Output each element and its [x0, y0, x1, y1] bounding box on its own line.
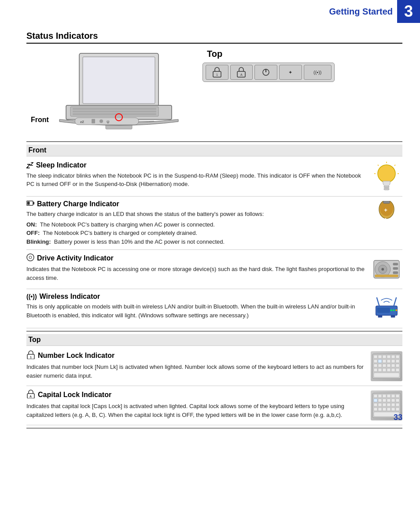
keyboard-image-numlock — [371, 351, 402, 381]
drive-icon — [26, 253, 34, 263]
front-section-header: Front — [26, 145, 402, 156]
svg-rect-94 — [378, 399, 382, 402]
sleep-title-text: Sleep Indicator — [36, 161, 87, 169]
svg-rect-5 — [73, 111, 156, 112]
svg-rect-96 — [387, 399, 391, 402]
header-title: Getting Started — [329, 7, 393, 17]
svg-rect-69 — [391, 360, 395, 363]
numlock-indicator-section: 1 Number Lock Indicator Indicates that n… — [26, 347, 402, 386]
sleep-indicator-content: ZZ Sleep Indicator The sleep indicator b… — [26, 161, 371, 189]
svg-rect-107 — [383, 408, 386, 411]
svg-rect-80 — [387, 368, 391, 372]
laptop-diagram: zZ ψ Front — [26, 49, 194, 133]
svg-rect-71 — [374, 364, 377, 367]
svg-rect-31 — [33, 202, 34, 204]
svg-text:1: 1 — [216, 73, 218, 76]
battery-indicator-section: Battery Charge Indicator The battery cha… — [26, 197, 402, 250]
svg-rect-4 — [73, 108, 156, 110]
svg-text:+: + — [384, 207, 387, 213]
svg-rect-100 — [378, 403, 382, 406]
capslock-indicator-text: Indicates that capital lock [Caps Lock] … — [26, 402, 366, 419]
battery-title-text: Battery Charge Indicator — [37, 200, 119, 208]
svg-point-38 — [29, 256, 32, 259]
svg-rect-48 — [377, 308, 390, 313]
svg-rect-82 — [396, 368, 399, 372]
drive-indicator-content: Drive Activity Indicator Indicates that … — [26, 253, 371, 282]
svg-rect-93 — [374, 399, 377, 402]
sleep-icon: ZZ — [26, 161, 33, 170]
svg-point-37 — [27, 254, 34, 261]
svg-rect-99 — [374, 403, 377, 406]
svg-rect-70 — [396, 360, 399, 363]
numlock-title-text: Number Lock Indicator — [38, 352, 114, 360]
svg-rect-64 — [396, 355, 399, 358]
svg-rect-79 — [383, 368, 386, 372]
battery-blinking-text: Blinking: Battery power is less than 10%… — [26, 238, 366, 246]
blinking-label: Blinking: — [26, 238, 51, 245]
svg-text:A: A — [240, 73, 243, 76]
off-label: OFF: — [26, 230, 40, 236]
svg-rect-110 — [396, 408, 399, 411]
svg-rect-72 — [378, 364, 382, 367]
wireless-indicator-content: ((•)) Wireless Indicator This is only ap… — [26, 293, 371, 320]
bottom-divider — [26, 428, 402, 428]
top-divider — [26, 331, 402, 331]
battery-on-text: ON: The Notebook PC's battery is chargin… — [26, 220, 366, 229]
svg-text:zZ: zZ — [80, 120, 84, 124]
svg-rect-83 — [374, 373, 399, 377]
battery-intro-text: The battery charge indicator is an LED t… — [26, 210, 366, 219]
svg-point-53 — [395, 309, 397, 311]
svg-rect-77 — [374, 368, 377, 372]
svg-point-52 — [393, 309, 395, 311]
main-divider — [26, 141, 402, 142]
svg-rect-89 — [383, 394, 386, 398]
battery-off-text: OFF: The Notebook PC's battery is charge… — [26, 229, 366, 238]
svg-line-50 — [394, 297, 397, 306]
svg-line-49 — [377, 297, 379, 306]
drive-indicator-title: Drive Activity Indicator — [26, 253, 366, 263]
svg-text:-: - — [385, 215, 387, 220]
svg-rect-105 — [374, 408, 377, 411]
diagram-area: zZ ψ Front Top 1 — [26, 49, 402, 137]
sleep-indicator-text: The sleep indicator blinks when the Note… — [26, 171, 366, 189]
svg-rect-97 — [391, 399, 395, 402]
svg-rect-92 — [396, 394, 399, 398]
numlock-icon: 1 — [26, 350, 35, 361]
svg-line-25 — [394, 165, 395, 166]
drive-indicator-image — [371, 253, 402, 285]
svg-rect-45 — [393, 271, 398, 274]
svg-rect-104 — [396, 403, 399, 406]
numlock-indicator-image — [371, 350, 402, 382]
svg-point-21 — [378, 165, 395, 182]
keyboard-svg-numlock — [372, 353, 402, 379]
top-diagram-section: Top 1 A ✦ ((•)) — [203, 49, 335, 82]
on-label: ON: — [26, 221, 37, 228]
svg-rect-101 — [383, 403, 386, 406]
wireless-title-text: Wireless Indicator — [40, 293, 100, 301]
sleep-indicator-image — [371, 161, 402, 193]
capslock-icon: A — [26, 390, 35, 400]
svg-text:ψ: ψ — [107, 119, 109, 124]
svg-text:1: 1 — [30, 356, 32, 359]
svg-point-42 — [381, 268, 384, 271]
wireless-router-icon — [372, 294, 402, 323]
svg-rect-98 — [396, 399, 399, 402]
svg-rect-88 — [378, 394, 382, 398]
battery-indicator-image: + - — [371, 200, 402, 232]
bluetooth-cell: ((•)) — [304, 65, 332, 80]
svg-text:A: A — [29, 395, 32, 398]
svg-rect-61 — [383, 355, 386, 358]
capslock-indicator-section: A Capital Lock Indicator Indicates that … — [26, 386, 402, 425]
numlock-indicator-content: 1 Number Lock Indicator Indicates that n… — [26, 350, 371, 380]
svg-rect-75 — [391, 364, 395, 367]
battery-indicator-title: Battery Charge Indicator — [26, 200, 366, 208]
battery-image-icon: + - — [372, 201, 402, 231]
sleep-indicator-title: ZZ Sleep Indicator — [26, 161, 366, 170]
page-number: 33 — [394, 413, 402, 422]
drive-title-text: Drive Activity Indicator — [37, 254, 114, 262]
svg-rect-22 — [384, 186, 389, 188]
capslock-indicator-title: A Capital Lock Indicator — [26, 390, 366, 400]
power-cell — [254, 65, 277, 80]
caps-lock-cell: A — [230, 65, 253, 80]
svg-rect-76 — [396, 364, 399, 367]
